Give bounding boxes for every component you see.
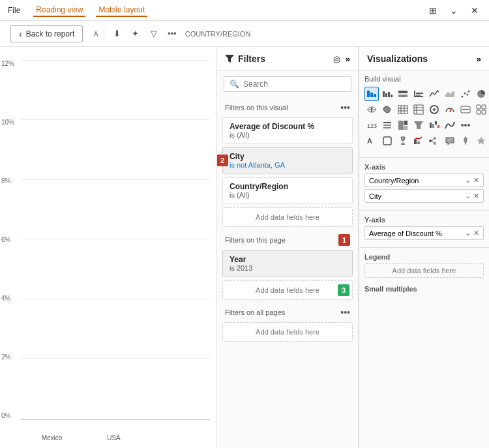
add-field-all[interactable]: Add data fields here [222,322,353,342]
viz-icon-kpi[interactable]: 123 [364,118,379,132]
top-icon-x[interactable]: ✕ [466,1,484,20]
viz-icon-matrix[interactable] [411,102,426,117]
back-to-report-button[interactable]: ‹ Back to report [10,25,83,42]
viz-icon-filled-map[interactable] [380,102,394,117]
x-axis-city-remove[interactable]: ✕ [473,192,479,200]
viz-icon-multi-card[interactable] [474,102,488,117]
svg-rect-46 [404,121,408,125]
filters-on-all-section: Filters on all pages ••• [217,302,358,320]
filters-search-box[interactable]: 🔍 [224,76,351,92]
viz-icon-trophy[interactable] [396,134,410,148]
y-axis-discount-chevron[interactable]: ⌄ [465,229,471,237]
viz-icon-line[interactable] [427,87,441,101]
filters-title-text: Filters [238,53,265,64]
search-input[interactable] [243,80,346,89]
svg-rect-44 [383,127,391,128]
viz-icon-card[interactable] [458,102,473,117]
viz-icon-placeholder [474,118,488,132]
toolbar-icon-download[interactable]: ⬇ [110,26,125,42]
viz-icons-grid: 123 ••• [364,87,484,148]
viz-icon-ribbon[interactable] [443,118,457,132]
svg-rect-8 [398,91,408,93]
toolbar-icon-pin[interactable]: ✦ [128,26,143,42]
viz-icon-more[interactable]: ••• [458,118,473,132]
more-icon: ••• [461,120,471,130]
viz-icon-area[interactable] [443,87,457,101]
add-field-visual[interactable]: Add data fields here [222,207,353,227]
x-axis-city-chevron[interactable]: ⌄ [465,192,471,200]
toolbar: ‹ Back to report A ⬇ ✦ ▽ ••• COUNTRY/REG… [0,21,489,47]
y-axis-field-discount[interactable]: Average of Discount % ⌄ ✕ [364,226,484,240]
viz-icon-funnel[interactable] [411,118,426,132]
viz-icon-waterfall[interactable] [427,118,441,132]
legend-title: Legend [364,253,484,261]
viz-icon-bar-chart[interactable] [411,87,426,101]
filters-visual-more[interactable]: ••• [340,102,350,113]
svg-marker-64 [446,138,454,145]
viz-icon-clustered-bar[interactable] [380,87,394,101]
viz-icon-decomp-tree[interactable] [427,134,441,148]
x-axis-city-actions: ⌄ ✕ [465,192,479,200]
svg-rect-7 [391,95,393,97]
menu-mobile-layout[interactable]: Mobile layout [96,4,147,17]
filters-page-badge-area: 1 [338,234,350,246]
filter-badge-2: 2 [216,155,228,166]
filters-all-more[interactable]: ••• [340,307,350,318]
viz-icon-scatter[interactable] [458,87,473,101]
viz-icon-table[interactable] [396,102,410,117]
viz-icon-treemap[interactable] [396,118,410,132]
viz-icon-smart-narrative[interactable] [443,134,457,148]
filters-expand-icon[interactable]: » [346,54,350,64]
filter-year[interactable]: Year is 2013 [222,250,353,276]
filters-visibility-icon[interactable]: ◎ [333,54,340,64]
viz-icon-map[interactable] [364,102,379,117]
filters-actions: ◎ » [333,54,350,64]
x-axis-field-city[interactable]: City ⌄ ✕ [364,189,484,203]
svg-rect-47 [404,126,408,130]
filter-country[interactable]: Country/Region is (All) [222,177,353,203]
filters-on-page-section: Filters on this page 1 [217,229,358,248]
legend-add-field[interactable]: Add data fields here [364,263,484,278]
filter-badge-3: 3 [338,284,349,296]
x-axis-country-remove[interactable]: ✕ [473,176,479,185]
svg-rect-54 [383,137,391,145]
viz-icon-combo[interactable] [411,134,426,148]
svg-line-34 [450,109,451,112]
viz-icon-gauge[interactable] [443,102,457,117]
filters-header: Filters ◎ » [217,47,358,71]
viz-icon-shape[interactable] [380,134,394,148]
x-axis-labels: Mexico USA [21,434,210,441]
filter-city[interactable]: 2 City is not Atlanta, GA [222,147,353,173]
add-field-page[interactable]: Add data fields here 3 [222,280,353,300]
viz-icon-slicer[interactable] [380,118,394,132]
viz-icon-pie[interactable] [474,87,488,101]
svg-rect-10 [414,96,423,97]
top-icon-1[interactable]: ⊞ [424,1,442,20]
top-icon-chevron[interactable]: ⌄ [445,1,463,20]
x-axis-country-chevron[interactable]: ⌄ [465,176,471,185]
viz-icon-pin[interactable] [458,134,473,148]
menu-file[interactable]: File [5,5,23,16]
filter-discount[interactable]: Average of Discount % is (All) [222,117,353,143]
filters-on-all-label: Filters on all pages [225,308,285,316]
viz-build-section: Build visual [359,71,489,155]
x-axis-field-country[interactable]: Country/Region ⌄ ✕ [364,173,484,187]
svg-rect-38 [482,105,486,109]
viz-icon-text[interactable]: A [364,134,379,148]
viz-title: Visualizations [367,53,428,64]
toolbar-icon-filter[interactable]: ▽ [146,26,162,42]
filters-on-page-label: Filters on this page [225,236,286,244]
main-content: 12% 10% 8% 6% 4% 2% 0% [0,47,489,448]
filters-on-visual-section: Filters on this visual ••• [217,97,358,115]
x-axis-city-label: City [369,192,381,200]
toolbar-icon-more[interactable]: ••• [164,26,180,42]
viz-icon-donut[interactable] [427,102,441,117]
viz-icon-stacked-bar[interactable] [364,87,379,101]
menu-reading-view[interactable]: Reading view [33,4,85,17]
y-axis-discount-remove[interactable]: ✕ [473,229,479,237]
svg-point-59 [429,140,432,142]
viz-expand-icon[interactable]: » [477,54,481,64]
viz-icon-custom[interactable] [474,134,488,148]
viz-icon-100pct-bar[interactable] [396,87,410,101]
small-multiples-section: Small multiples [359,282,489,298]
